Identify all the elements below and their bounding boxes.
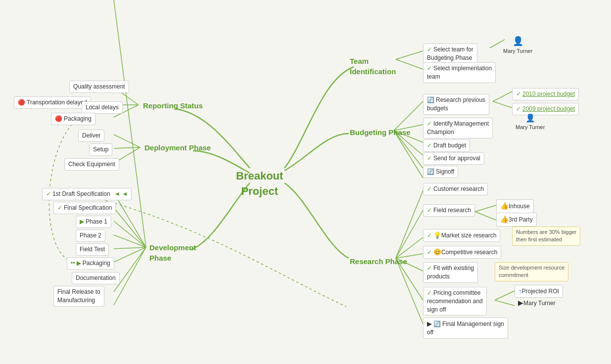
svg-line-21 — [114, 147, 140, 148]
inhouse: 👍Inhouse — [496, 199, 534, 213]
competitive-research: ✓😊Competitive research — [423, 246, 501, 259]
svg-line-28 — [114, 247, 146, 262]
send-approval: ✓Send for approval — [423, 152, 484, 165]
setup: Setup — [89, 143, 112, 156]
select-impl-team: ✓Select implementationteam — [423, 62, 496, 83]
research-budgets: 🔄Research previousbudgets — [423, 94, 489, 115]
svg-line-34 — [495, 291, 515, 300]
svg-line-33 — [493, 101, 512, 108]
budget-2010: ✓2010 project budget — [512, 88, 579, 100]
svg-line-16 — [475, 212, 496, 220]
budgeting-phase-label: Budgeting Phase — [346, 126, 414, 139]
svg-line-26 — [114, 235, 146, 247]
market-note: Numbers are 30% biggerthen first estimat… — [512, 227, 580, 246]
svg-line-35 — [495, 300, 515, 306]
svg-line-32 — [493, 91, 512, 101]
signoff: 🔄Signoff — [423, 166, 458, 178]
svg-line-29 — [114, 0, 146, 247]
svg-line-23 — [114, 193, 146, 247]
development-phase-label: DevelopmentPhase — [146, 241, 199, 265]
svg-line-27 — [114, 247, 146, 249]
identify-champion: ✓Identify ManagementChampion — [423, 118, 493, 138]
pricing-committee: ✓Pricing committeerecommendation andsign… — [423, 287, 487, 316]
field-test: Field Test — [76, 243, 109, 256]
mary-turner-team-icon: 👤 Mary Turner — [500, 34, 536, 57]
svg-line-0 — [396, 51, 423, 59]
svg-line-9 — [396, 210, 423, 258]
svg-line-24 — [114, 208, 146, 247]
packaging-dev: •• ▶Packaging — [67, 257, 114, 270]
phase2: Phase 2 — [76, 229, 105, 242]
documentation: Documentation — [72, 272, 120, 284]
fit-existing: ✓Fit with existingproducts — [423, 262, 478, 283]
deliver: Deliver — [78, 130, 104, 142]
quality-assessment: Quality assessment — [69, 81, 129, 93]
phase1: ▶Phase 1 — [76, 216, 111, 228]
svg-line-15 — [475, 205, 496, 212]
field-research: ✓Field research — [423, 204, 475, 217]
team-identification-label: TeamIdentification — [346, 54, 399, 78]
customer-research: ✓Customer research — [423, 183, 488, 195]
transportation-delayed: 🔴Transportation delayed — [14, 96, 91, 109]
svg-line-25 — [114, 221, 146, 247]
svg-line-30 — [114, 247, 146, 292]
check-equipment: Check Equipment — [64, 158, 119, 171]
deployment-phase-label: Deployment Phase — [141, 141, 214, 154]
third-party: 👍3rd Party — [496, 213, 537, 227]
mary-turner-pricing: ▶Mary Turner — [515, 297, 559, 310]
svg-line-8 — [396, 190, 423, 258]
local-delays: Local delays — [82, 101, 123, 114]
fit-note: Size development resourcecommitment — [495, 262, 568, 281]
research-phase-label: Research Phase — [346, 255, 411, 268]
draft-budget: ✓Draft budget — [423, 139, 470, 152]
mary-turner-budget-icon: 👤 Mary Turner — [512, 111, 548, 133]
center-node: BreakoutProject — [233, 167, 286, 201]
final-spec: ✓Final Specification — [53, 202, 116, 214]
market-size: ✓💡Market size research — [423, 229, 500, 242]
final-mgmt-signoff: ▶🔄Final Management signoff — [423, 318, 508, 339]
svg-line-20 — [114, 135, 140, 147]
select-team-budgeting: ✓Select team forBudgeting Phase — [423, 44, 477, 64]
projected-roi: ↑Projected ROI — [515, 285, 563, 298]
svg-line-1 — [396, 59, 423, 69]
final-release: Final Release toManufacturing — [53, 286, 104, 307]
first-draft-spec: ✓1st Draft Specification ◄ ◄ — [42, 188, 132, 200]
reporting-status-label: Reporting Status — [140, 99, 206, 112]
packaging-report: 🔴Packaging — [51, 113, 95, 125]
